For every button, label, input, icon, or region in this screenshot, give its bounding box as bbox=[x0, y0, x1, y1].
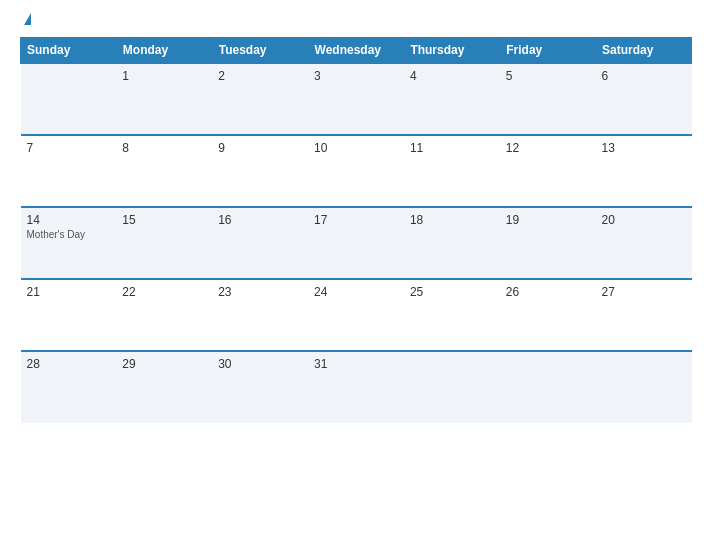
day-number: 1 bbox=[122, 69, 206, 83]
day-number: 8 bbox=[122, 141, 206, 155]
calendar-day-cell: 1 bbox=[116, 63, 212, 135]
weekday-header-row: Sunday Monday Tuesday Wednesday Thursday… bbox=[21, 38, 692, 64]
logo bbox=[20, 15, 31, 27]
calendar-day-cell: 23 bbox=[212, 279, 308, 351]
calendar-week-row: 14Mother's Day151617181920 bbox=[21, 207, 692, 279]
day-number: 9 bbox=[218, 141, 302, 155]
event-label: Mother's Day bbox=[27, 229, 111, 240]
calendar-week-row: 123456 bbox=[21, 63, 692, 135]
calendar-day-cell: 5 bbox=[500, 63, 596, 135]
calendar-day-cell bbox=[404, 351, 500, 423]
calendar-day-cell: 7 bbox=[21, 135, 117, 207]
calendar-day-cell: 16 bbox=[212, 207, 308, 279]
day-number: 6 bbox=[602, 69, 686, 83]
calendar-day-cell: 28 bbox=[21, 351, 117, 423]
day-number: 30 bbox=[218, 357, 302, 371]
day-number: 13 bbox=[602, 141, 686, 155]
calendar-day-cell: 27 bbox=[596, 279, 692, 351]
day-number: 10 bbox=[314, 141, 398, 155]
calendar-day-cell: 18 bbox=[404, 207, 500, 279]
calendar-day-cell: 19 bbox=[500, 207, 596, 279]
calendar-day-cell: 11 bbox=[404, 135, 500, 207]
day-number: 21 bbox=[27, 285, 111, 299]
calendar-week-row: 28293031 bbox=[21, 351, 692, 423]
day-number: 5 bbox=[506, 69, 590, 83]
day-number: 4 bbox=[410, 69, 494, 83]
day-number: 27 bbox=[602, 285, 686, 299]
calendar-day-cell: 12 bbox=[500, 135, 596, 207]
calendar-day-cell: 21 bbox=[21, 279, 117, 351]
day-number: 20 bbox=[602, 213, 686, 227]
day-number: 17 bbox=[314, 213, 398, 227]
calendar-container: Sunday Monday Tuesday Wednesday Thursday… bbox=[0, 0, 712, 550]
header-friday: Friday bbox=[500, 38, 596, 64]
day-number: 16 bbox=[218, 213, 302, 227]
day-number: 24 bbox=[314, 285, 398, 299]
logo-triangle-icon bbox=[24, 13, 31, 25]
calendar-day-cell bbox=[21, 63, 117, 135]
calendar-day-cell: 10 bbox=[308, 135, 404, 207]
calendar-day-cell: 14Mother's Day bbox=[21, 207, 117, 279]
calendar-week-row: 78910111213 bbox=[21, 135, 692, 207]
calendar-day-cell: 24 bbox=[308, 279, 404, 351]
day-number: 25 bbox=[410, 285, 494, 299]
calendar-day-cell: 20 bbox=[596, 207, 692, 279]
day-number: 15 bbox=[122, 213, 206, 227]
calendar-day-cell: 25 bbox=[404, 279, 500, 351]
calendar-day-cell: 17 bbox=[308, 207, 404, 279]
day-number: 23 bbox=[218, 285, 302, 299]
calendar-week-row: 21222324252627 bbox=[21, 279, 692, 351]
calendar-day-cell: 29 bbox=[116, 351, 212, 423]
calendar-day-cell: 31 bbox=[308, 351, 404, 423]
header-sunday: Sunday bbox=[21, 38, 117, 64]
day-number: 18 bbox=[410, 213, 494, 227]
calendar-day-cell bbox=[596, 351, 692, 423]
day-number: 28 bbox=[27, 357, 111, 371]
day-number: 19 bbox=[506, 213, 590, 227]
day-number: 29 bbox=[122, 357, 206, 371]
day-number: 11 bbox=[410, 141, 494, 155]
day-number: 3 bbox=[314, 69, 398, 83]
header-wednesday: Wednesday bbox=[308, 38, 404, 64]
calendar-day-cell: 6 bbox=[596, 63, 692, 135]
header-thursday: Thursday bbox=[404, 38, 500, 64]
calendar-day-cell: 2 bbox=[212, 63, 308, 135]
header-saturday: Saturday bbox=[596, 38, 692, 64]
calendar-day-cell: 22 bbox=[116, 279, 212, 351]
calendar-table: Sunday Monday Tuesday Wednesday Thursday… bbox=[20, 37, 692, 423]
day-number: 22 bbox=[122, 285, 206, 299]
day-number: 14 bbox=[27, 213, 111, 227]
calendar-day-cell: 9 bbox=[212, 135, 308, 207]
calendar-day-cell: 3 bbox=[308, 63, 404, 135]
calendar-day-cell: 8 bbox=[116, 135, 212, 207]
day-number: 26 bbox=[506, 285, 590, 299]
day-number: 12 bbox=[506, 141, 590, 155]
calendar-day-cell: 26 bbox=[500, 279, 596, 351]
day-number: 7 bbox=[27, 141, 111, 155]
calendar-day-cell: 4 bbox=[404, 63, 500, 135]
calendar-day-cell: 13 bbox=[596, 135, 692, 207]
day-number: 31 bbox=[314, 357, 398, 371]
header-tuesday: Tuesday bbox=[212, 38, 308, 64]
header bbox=[20, 15, 692, 27]
day-number: 2 bbox=[218, 69, 302, 83]
calendar-day-cell: 30 bbox=[212, 351, 308, 423]
calendar-day-cell: 15 bbox=[116, 207, 212, 279]
header-monday: Monday bbox=[116, 38, 212, 64]
calendar-day-cell bbox=[500, 351, 596, 423]
